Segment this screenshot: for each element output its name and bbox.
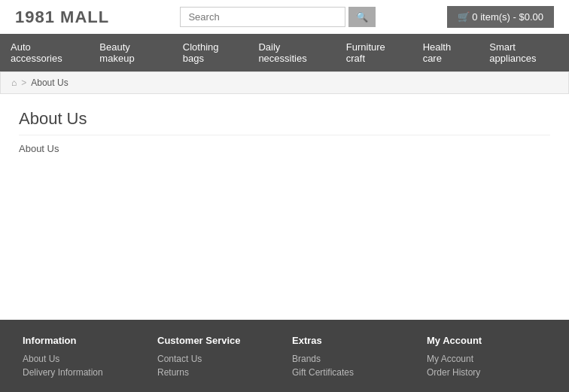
nav-item-beauty-makeup[interactable]: Beauty makeup bbox=[89, 34, 172, 71]
nav-item-daily-necessities[interactable]: Daily necessities bbox=[248, 34, 335, 71]
search-button[interactable]: 🔍 bbox=[348, 7, 376, 27]
page-title: About Us bbox=[19, 109, 550, 135]
search-input[interactable] bbox=[180, 7, 345, 27]
footer-heading-customer-service: Customer Service bbox=[157, 335, 277, 346]
footer-link-delivery-info[interactable]: Delivery Information bbox=[23, 367, 142, 378]
nav-bar: Auto accessories Beauty makeup Clothing … bbox=[0, 34, 569, 71]
main-content: About Us About Us bbox=[0, 94, 569, 320]
nav-item-furniture-craft[interactable]: Furniture craft bbox=[336, 34, 412, 71]
footer-link-contact-us[interactable]: Contact Us bbox=[157, 354, 277, 364]
search-icon: 🔍 bbox=[356, 11, 368, 23]
page-subtitle: About Us bbox=[19, 143, 550, 154]
footer-col-my-account: My Account My Account Order History bbox=[419, 335, 554, 381]
footer-heading-information: Information bbox=[23, 335, 142, 346]
breadcrumb-separator: > bbox=[21, 77, 26, 88]
footer: Information About Us Delivery Informatio… bbox=[0, 320, 569, 392]
cart-button[interactable]: 🛒 0 item(s) - $0.00 bbox=[447, 6, 554, 28]
nav-item-clothing-bags[interactable]: Clothing bags bbox=[172, 34, 248, 71]
footer-link-my-account[interactable]: My Account bbox=[427, 354, 546, 364]
footer-col-extras: Extras Brands Gift Certificates bbox=[284, 335, 419, 381]
footer-link-gift-certificates[interactable]: Gift Certificates bbox=[292, 367, 412, 378]
footer-heading-my-account: My Account bbox=[427, 335, 546, 346]
search-area: 🔍 bbox=[180, 7, 376, 27]
cart-label: 0 item(s) - $0.00 bbox=[472, 11, 543, 23]
footer-link-returns[interactable]: Returns bbox=[157, 367, 277, 378]
nav-item-health-care[interactable]: Health care bbox=[412, 34, 479, 71]
footer-heading-extras: Extras bbox=[292, 335, 412, 346]
cart-icon: 🛒 bbox=[458, 11, 470, 23]
footer-col-information: Information About Us Delivery Informatio… bbox=[15, 335, 150, 381]
nav-item-auto-accessories[interactable]: Auto accessories bbox=[0, 34, 89, 71]
nav-item-smart-appliances[interactable]: Smart appliances bbox=[479, 34, 569, 71]
logo: 1981 MALL bbox=[15, 8, 109, 27]
footer-link-order-history[interactable]: Order History bbox=[427, 367, 546, 378]
footer-col-customer-service: Customer Service Contact Us Returns bbox=[150, 335, 284, 381]
header: 1981 MALL 🔍 🛒 0 item(s) - $0.00 bbox=[0, 0, 569, 34]
footer-link-about-us[interactable]: About Us bbox=[23, 354, 142, 364]
breadcrumb-current: About Us bbox=[31, 77, 68, 88]
footer-link-brands[interactable]: Brands bbox=[292, 354, 412, 364]
home-icon[interactable]: ⌂ bbox=[11, 77, 17, 88]
breadcrumb: ⌂ > About Us bbox=[0, 71, 569, 94]
